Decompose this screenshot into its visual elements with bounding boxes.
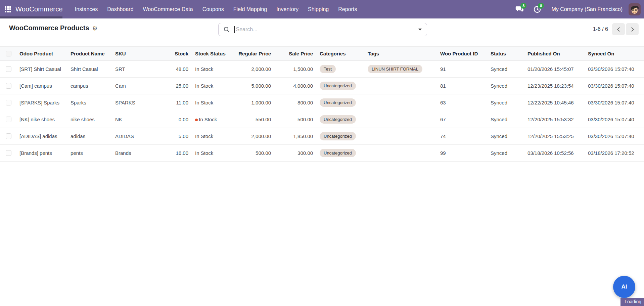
- cell-published-on: 12/23/2025 18:23:54: [523, 78, 583, 94]
- row-checkbox[interactable]: [6, 100, 11, 105]
- cell-sale-price: 1,500.00: [273, 61, 315, 78]
- ai-assistant-button[interactable]: AI: [613, 276, 635, 298]
- cell-synced-on: 03/30/2026 15:07:40: [583, 94, 644, 111]
- cell-tags: LINUN SHIRT FORMAL: [363, 61, 435, 78]
- control-panel: WooCommerce Products ⚙ 1-6 / 6: [0, 18, 644, 39]
- activities-button[interactable]: 8: [530, 2, 545, 16]
- cell-sku: Brands: [110, 145, 151, 162]
- search-filter-toggle[interactable]: [413, 23, 427, 36]
- cell-odoo-product: [SRT] Shirt Casual: [15, 61, 66, 78]
- cell-stock: 16.00: [151, 145, 190, 162]
- col-header-synced-on[interactable]: Synced On: [583, 47, 644, 61]
- category-pill: Test: [320, 65, 336, 73]
- row-checkbox[interactable]: [6, 117, 11, 122]
- table-row[interactable]: [SPARKS] SparksSparksSPARKS11.00In Stock…: [0, 94, 644, 111]
- col-header-product-name[interactable]: Product Name: [66, 47, 110, 61]
- loading-status: Loading: [620, 298, 644, 306]
- cell-categories: Uncategorized: [315, 145, 363, 162]
- cell-sale-price: 4,000.00: [273, 78, 315, 94]
- pager-next-button[interactable]: [626, 23, 639, 35]
- cell-categories: Uncategorized: [315, 78, 363, 94]
- table-row[interactable]: [SRT] Shirt CasualShirt CasualSRT48.00In…: [0, 61, 644, 78]
- cell-regular-price: 2,000.00: [233, 128, 273, 145]
- cell-woo-product-id: 99: [435, 145, 486, 162]
- cell-status: Synced: [486, 111, 523, 128]
- select-all-checkbox[interactable]: [6, 51, 11, 56]
- low-stock-warning-icon: [195, 119, 198, 121]
- search-bar[interactable]: [218, 23, 427, 36]
- cell-stock-status: In Stock: [190, 61, 233, 78]
- cell-odoo-product: [SPARKS] Sparks: [15, 94, 66, 111]
- row-select-cell: [0, 128, 15, 145]
- cell-categories: Uncategorized: [315, 111, 363, 128]
- table-row[interactable]: [NK] nike shoesnike shoesNK0.00In Stock5…: [0, 111, 644, 128]
- cell-regular-price: 550.00: [233, 111, 273, 128]
- table-row[interactable]: [Cam] campuscampusCam25.00In Stock5,000.…: [0, 78, 644, 94]
- cell-odoo-product: [ADIDAS] adidas: [15, 128, 66, 145]
- row-checkbox[interactable]: [6, 150, 11, 156]
- col-header-odoo-product[interactable]: Odoo Product: [15, 47, 66, 61]
- chevron-right-icon: [630, 27, 635, 32]
- avatar-image: [629, 3, 641, 15]
- row-select-cell: [0, 145, 15, 162]
- table-row[interactable]: [Brands] pentspentsBrands16.00In Stock50…: [0, 145, 644, 162]
- col-header-status[interactable]: Status: [486, 47, 523, 61]
- cell-tags: [363, 78, 435, 94]
- cell-status: Synced: [486, 61, 523, 78]
- cell-sku: Cam: [110, 78, 151, 94]
- cell-woo-product-id: 81: [435, 78, 486, 94]
- col-header-regular-price[interactable]: Regular Price: [233, 47, 273, 61]
- nav-item-inventory[interactable]: Inventory: [272, 0, 303, 18]
- messages-button[interactable]: 8: [512, 2, 527, 16]
- cell-tags: [363, 145, 435, 162]
- cell-synced-on: 03/30/2026 15:07:40: [583, 128, 644, 145]
- col-header-stock[interactable]: Stock: [151, 47, 190, 61]
- cell-stock-status: In Stock: [190, 111, 233, 128]
- cell-product-name: Sparks: [66, 94, 110, 111]
- col-header-published-on[interactable]: Published On: [523, 47, 583, 61]
- table-header-row: Odoo ProductProduct NameSKUStockStock St…: [0, 47, 644, 61]
- cell-sale-price: 800.00: [273, 94, 315, 111]
- row-checkbox[interactable]: [6, 133, 11, 139]
- cell-sale-price: 1,850.00: [273, 128, 315, 145]
- nav-item-shipping[interactable]: Shipping: [303, 0, 333, 18]
- col-header-sale-price[interactable]: Sale Price: [273, 47, 315, 61]
- row-select-cell: [0, 78, 15, 94]
- table-row[interactable]: [ADIDAS] adidasadidasADIDAS5.00In Stock2…: [0, 128, 644, 145]
- nav-item-field-mapping[interactable]: Field Mapping: [229, 0, 272, 18]
- cell-regular-price: 2,000.00: [233, 61, 273, 78]
- activities-badge: 8: [538, 3, 544, 9]
- cell-stock-status: In Stock: [190, 145, 233, 162]
- category-pill: Uncategorized: [320, 115, 356, 124]
- nav-item-instances[interactable]: Instances: [70, 0, 102, 18]
- cell-product-name: Shirt Casual: [66, 61, 110, 78]
- nav-menu: InstancesDashboardWooCommerce DataCoupon…: [70, 0, 362, 18]
- col-header-categories[interactable]: Categories: [315, 47, 363, 61]
- search-input[interactable]: [235, 27, 414, 33]
- cell-stock-status: In Stock: [190, 78, 233, 94]
- cell-sku: ADIDAS: [110, 128, 151, 145]
- cell-sku: SPARKS: [110, 94, 151, 111]
- col-header-woo-product-id[interactable]: Woo Product ID: [435, 47, 486, 61]
- cell-odoo-product: [NK] nike shoes: [15, 111, 66, 128]
- nav-item-coupons[interactable]: Coupons: [198, 0, 229, 18]
- user-avatar[interactable]: [629, 3, 641, 15]
- row-select-cell: [0, 111, 15, 128]
- row-checkbox[interactable]: [6, 83, 11, 89]
- nav-item-dashboard[interactable]: Dashboard: [102, 0, 138, 18]
- cell-odoo-product: [Cam] campus: [15, 78, 66, 94]
- col-header-tags[interactable]: Tags: [363, 47, 435, 61]
- cell-published-on: 12/22/2025 10:45:46: [523, 94, 583, 111]
- apps-menu-button[interactable]: [0, 0, 15, 18]
- company-switcher[interactable]: My Company (San Francisco): [551, 6, 623, 12]
- row-checkbox[interactable]: [6, 66, 11, 72]
- pager-previous-button[interactable]: [612, 23, 625, 35]
- nav-item-reports[interactable]: Reports: [333, 0, 362, 18]
- nav-item-woocommerce-data[interactable]: WooCommerce Data: [138, 0, 198, 18]
- settings-gear-icon[interactable]: ⚙: [92, 25, 98, 32]
- col-header-stock-status[interactable]: Stock Status: [190, 47, 233, 61]
- cell-product-name: nike shoes: [66, 111, 110, 128]
- col-header-sku[interactable]: SKU: [110, 47, 151, 61]
- cell-product-name: pents: [66, 145, 110, 162]
- cell-status: Synced: [486, 94, 523, 111]
